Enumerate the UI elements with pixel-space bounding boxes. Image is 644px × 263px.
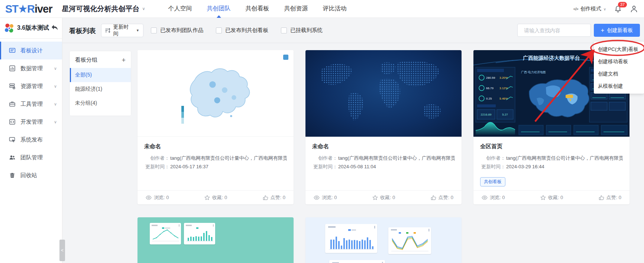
board-card[interactable] — [137, 217, 294, 263]
chevron-down-icon: ∨ — [54, 102, 57, 107]
divider — [62, 43, 644, 43]
platform-title: 星河可视化分析共创平台 — [62, 4, 140, 14]
sidebar-item-tool-management[interactable]: 工具管理 ∨ — [0, 95, 62, 113]
notification-count-badge: 37 — [618, 2, 627, 7]
checkbox[interactable] — [151, 27, 157, 33]
star-icon — [204, 195, 210, 200]
sidebar-collapse-handle[interactable]: < — [59, 240, 65, 261]
favorite-stat[interactable]: 收藏: 0 — [372, 194, 395, 201]
eye-icon — [482, 195, 488, 200]
trash-icon — [9, 172, 16, 179]
logo-text: ST — [5, 3, 18, 15]
nav-review-activities[interactable]: 评比活动 — [323, 0, 347, 18]
board-updated-time: 2024-05-08 11:04 — [338, 162, 376, 171]
sidebar: 3.6版本测试 看板设计 数据管理 ∨ — [0, 18, 62, 263]
board-creator: tang(广西电网有限责任公司计量中心，广西电网有限责任公... — [170, 154, 287, 162]
board-card[interactable] — [305, 217, 462, 263]
data-icon — [9, 65, 16, 72]
like-stat[interactable]: 点赞: 0 — [263, 194, 285, 201]
group-item-all[interactable]: 全部(5) — [70, 68, 131, 82]
app-window: ST★River 星河可视化分析共创平台 ∨ 个人空间 共创团队 共创看板 共创… — [0, 0, 644, 263]
platform-title-dropdown[interactable]: 星河可视化分析共创平台 ∨ — [62, 4, 145, 14]
publish-icon — [9, 136, 16, 143]
team-switcher[interactable]: 3.6版本测试 — [0, 18, 62, 39]
chevron-down-icon: ∨ — [54, 84, 57, 89]
notifications-button[interactable]: 37 — [614, 5, 622, 13]
board-title: 未命名 — [144, 143, 287, 150]
views-stat: 浏览: 0 — [314, 194, 337, 201]
user-profile-button[interactable] — [630, 5, 638, 13]
board-thumbnail-china-map[interactable] — [137, 50, 294, 137]
chevron-down-icon: ∨ — [54, 66, 57, 71]
svg-text:0.25: 0.25 — [486, 97, 492, 100]
mini-multiline-chart — [388, 227, 431, 254]
board-thumbnail-world-map[interactable] — [305, 50, 462, 137]
stariver-logo[interactable]: ST★River — [5, 2, 52, 15]
sidebar-item-board-design[interactable]: 看板设计 — [0, 42, 62, 59]
caret-down-icon: ▼ — [136, 29, 139, 32]
chevron-down-icon: ∨ — [603, 7, 606, 11]
filter-checkboxes: 已发布到团队作品 已发布到共创看板 已挂载到系统 — [151, 27, 323, 34]
group-item-ungrouped[interactable]: 未分组(4) — [70, 96, 131, 110]
board-stats-bar: 浏览: 0 收藏: 0 点赞: 0 — [305, 190, 462, 204]
checkbox[interactable] — [216, 27, 222, 33]
like-stat[interactable]: 点赞: 0 — [599, 194, 621, 201]
thumbs-up-icon — [599, 195, 604, 200]
nav-co-creation-boards[interactable]: 共创看板 — [246, 0, 269, 18]
board-stats-bar: 浏览: 0 收藏: 0 点赞: 0 — [137, 190, 294, 204]
team-logo — [3, 22, 16, 35]
board-card[interactable]: 未命名 创作者：tang(广西电网有限责任公司计量中心，广西电网有限责任公...… — [137, 50, 294, 204]
nav-co-creation-team[interactable]: 共创团队 — [207, 0, 231, 18]
nav-co-creation-resources[interactable]: 共创资源 — [284, 0, 308, 18]
sort-icon — [105, 28, 111, 33]
nav-personal-space[interactable]: 个人空间 — [168, 0, 192, 18]
code-icon: </> — [573, 7, 578, 11]
like-stat[interactable]: 点赞: 0 — [431, 194, 453, 201]
sort-dropdown[interactable]: 更新时间 ▼ — [101, 24, 143, 37]
star-icon: ★ — [18, 2, 27, 15]
menu-item-create-mobile-board[interactable]: 创建移动看板 — [594, 55, 644, 68]
svg-text:广西·电力经济地图: 广西·电力经济地图 — [521, 71, 546, 74]
board-card-grid: 未命名 创作者：tang(广西电网有限责任公司计量中心，广西电网有限责任公...… — [137, 50, 630, 204]
thumbs-up-icon — [431, 195, 436, 200]
svg-text:2216.89: 2216.89 — [481, 113, 492, 116]
filter-published-to-team[interactable]: 已发布到团队作品 — [151, 27, 203, 34]
sidebar-item-system-publish[interactable]: 系统发布 — [0, 131, 62, 149]
mini-bar-chart — [325, 224, 377, 253]
menu-item-create-pc-board[interactable]: 创建PC(大屏)看板 — [594, 43, 644, 55]
svg-text:5.27: 5.27 — [502, 113, 508, 116]
sidebar-item-team-management[interactable]: 团队管理 — [0, 149, 62, 166]
thumbs-up-icon — [263, 195, 268, 200]
board-groups-panel: 看板分组 + 全部(5) 能源经济(1) 未分组(4) — [70, 51, 131, 116]
code-icon — [9, 118, 16, 125]
main-content: 看板列表 更新时间 ▼ 已发布到团队作品 已发布到共创看板 已挂载到系统 — [62, 18, 644, 263]
creation-mode-dropdown[interactable]: </> 创作模式 ∨ — [573, 6, 606, 12]
active-tab-indicator — [217, 15, 221, 18]
sidebar-item-data-management[interactable]: 数据管理 ∨ — [0, 59, 62, 77]
resource-icon — [9, 83, 16, 90]
back-arrow-icon[interactable] — [51, 24, 58, 32]
sidebar-item-dev-management[interactable]: 开发管理 ∨ — [0, 113, 62, 131]
create-board-menu: 创建PC(大屏)看板 创建移动看板 创建文档 从模板创建 — [594, 42, 644, 94]
filter-mounted-to-system[interactable]: 已挂载到系统 — [281, 27, 323, 34]
filter-published-to-coboards[interactable]: 已发布到共创看板 — [216, 27, 268, 34]
search-box[interactable] — [517, 24, 591, 37]
main-nav: 个人空间 共创团队 共创看板 共创资源 评比活动 — [168, 0, 347, 18]
sidebar-item-recycle-bin[interactable]: 回收站 — [0, 166, 62, 184]
search-input[interactable] — [524, 27, 591, 33]
star-icon — [372, 195, 378, 200]
menu-item-create-from-template[interactable]: 从模板创建 — [594, 80, 644, 92]
menu-item-create-document[interactable]: 创建文档 — [594, 68, 644, 80]
co-creation-board-badge: 共创看板 — [480, 177, 505, 186]
eye-icon — [314, 195, 320, 200]
add-group-button[interactable]: + — [122, 58, 126, 63]
star-icon — [540, 195, 546, 200]
create-board-button[interactable]: + 创建新看板 — [594, 24, 640, 37]
favorite-stat[interactable]: 收藏: 0 — [540, 194, 563, 201]
favorite-stat[interactable]: 收藏: 0 — [204, 194, 227, 201]
checkbox[interactable] — [281, 27, 287, 33]
sidebar-item-resource-management[interactable]: 资源管理 ∨ — [0, 77, 62, 95]
briefcase-icon — [9, 101, 16, 107]
group-item-energy-economy[interactable]: 能源经济(1) — [70, 82, 131, 96]
board-card[interactable]: 未命名 创作者：tang(广西电网有限责任公司计量中心，广西电网有限责任公...… — [305, 50, 462, 204]
